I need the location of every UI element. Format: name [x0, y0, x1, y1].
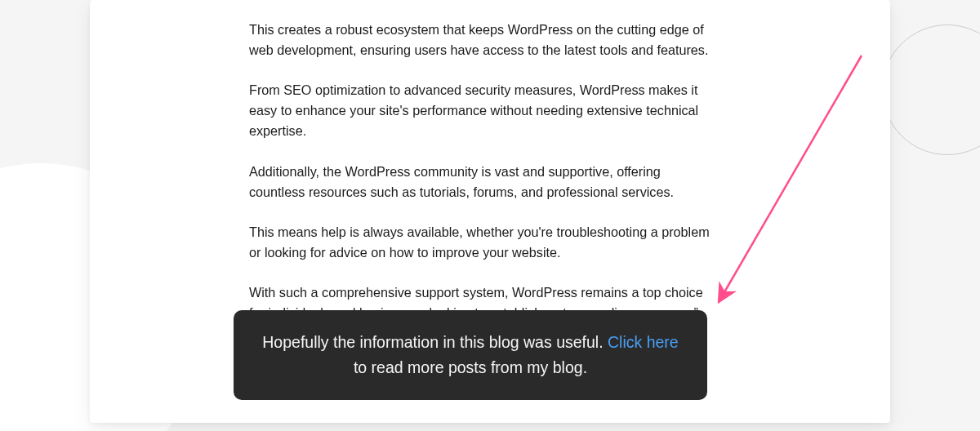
paragraph: This means help is always available, whe…: [249, 222, 715, 263]
article-content: This creates a robust ecosystem that kee…: [249, 20, 715, 343]
cta-box: Hopefully the information in this blog w…: [234, 310, 707, 400]
article-card: This creates a robust ecosystem that kee…: [90, 0, 890, 423]
paragraph: This creates a robust ecosystem that kee…: [249, 20, 715, 60]
paragraph: From SEO optimization to advanced securi…: [249, 80, 715, 141]
cta-link[interactable]: Click here: [608, 333, 679, 351]
paragraph: Additionally, the WordPress community is…: [249, 162, 715, 202]
bg-circle-decoration: [882, 24, 980, 155]
cta-text-before: Hopefully the information in this blog w…: [262, 333, 608, 351]
cta-text-after: to read more posts from my blog.: [354, 358, 587, 376]
